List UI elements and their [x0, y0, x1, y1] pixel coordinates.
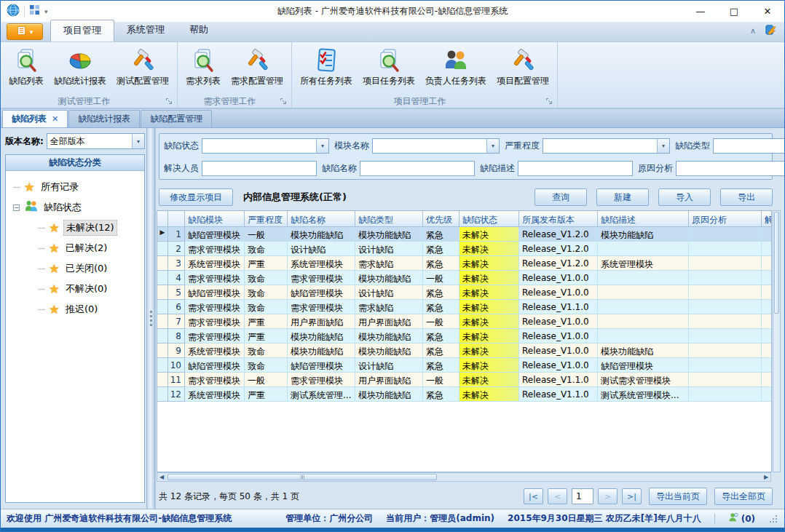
scrollbar-thumb[interactable]: [774, 212, 779, 314]
column-header[interactable]: 缺陷类型: [355, 211, 423, 227]
ribbon-tab[interactable]: 项目管理: [50, 20, 114, 41]
filter-value[interactable]: [202, 162, 316, 175]
first-page-button[interactable]: |<: [524, 488, 543, 504]
version-combobox[interactable]: 全部版本 ▾: [47, 133, 145, 149]
filter-combobox[interactable]: ▾: [543, 138, 670, 154]
table-row[interactable]: 4需求管理模块致命需求管理模块模块功能缺陷一般未解决Release_V1.0.0: [157, 271, 772, 285]
filter-value[interactable]: [714, 139, 785, 153]
next-page-button[interactable]: >: [598, 488, 618, 504]
scroll-left-arrow[interactable]: ◀: [157, 474, 166, 480]
column-header[interactable]: 原因分析: [689, 211, 762, 227]
table-row[interactable]: 6需求管理模块致命需求管理模块需求缺陷紧急未解决Release_V1.1.0: [157, 300, 772, 314]
help-icon[interactable]: [765, 23, 777, 39]
resize-grip[interactable]: [770, 515, 777, 523]
column-header[interactable]: 缺陷模块: [185, 211, 245, 227]
chevron-down-icon[interactable]: ▾: [486, 139, 499, 153]
table-row[interactable]: ▶1缺陷管理模块一般模块功能缺陷模块功能缺陷紧急未解决Release_V1.2.…: [157, 227, 772, 242]
tree-item[interactable]: ┈★已关闭(0): [38, 258, 144, 279]
column-header[interactable]: 优先级: [423, 211, 459, 227]
filter-combobox[interactable]: ▾: [202, 138, 329, 154]
filter-value[interactable]: [543, 139, 657, 153]
chevron-down-icon[interactable]: ▾: [132, 134, 144, 148]
filter-input[interactable]: [676, 161, 785, 176]
scroll-right-arrow[interactable]: ▶: [762, 474, 770, 480]
ribbon-tab[interactable]: 系统管理: [114, 20, 177, 41]
table-row[interactable]: 5缺陷管理模块致命缺陷管理模块设计缺陷紧急未解决Release_V1.0.0: [157, 285, 772, 300]
import-button[interactable]: 导入: [658, 188, 711, 206]
export-current-page-button[interactable]: 导出当前页: [649, 488, 707, 505]
maximize-button[interactable]: □: [717, 1, 751, 22]
splitter[interactable]: [146, 128, 155, 509]
filter-value[interactable]: [676, 162, 785, 175]
table-row[interactable]: 9系统管理模块致命模块功能缺陷模块功能缺陷紧急未解决Release_V1.0.0…: [157, 344, 772, 358]
table-row[interactable]: 2需求管理模块致命设计缺陷设计缺陷紧急未解决Release_V1.2.0: [157, 242, 772, 256]
prev-page-button[interactable]: <: [548, 488, 567, 504]
filter-combobox[interactable]: ▾: [372, 138, 500, 154]
filter-input[interactable]: [360, 161, 475, 176]
filter-input[interactable]: [202, 161, 317, 176]
dialog-launcher-icon[interactable]: [545, 98, 553, 106]
filter-value[interactable]: [373, 139, 486, 153]
column-header[interactable]: 解决方法: [762, 211, 772, 227]
last-page-button[interactable]: >|: [622, 488, 642, 504]
globe-icon[interactable]: [7, 4, 20, 20]
minimize-button[interactable]: —: [684, 1, 717, 22]
tree-expander[interactable]: −: [13, 205, 20, 211]
window-views-icon[interactable]: [29, 4, 40, 18]
chevron-down-icon[interactable]: ▾: [44, 8, 48, 15]
close-icon[interactable]: ✕: [52, 114, 58, 124]
chevron-down-icon[interactable]: ▾: [316, 139, 328, 153]
column-header[interactable]: 缺陷状态: [459, 211, 519, 227]
document-tab[interactable]: 缺陷列表✕: [2, 110, 68, 127]
filter-value[interactable]: [518, 162, 632, 175]
ribbon-button[interactable]: 缺陷列表: [4, 44, 49, 89]
ribbon-button[interactable]: 需求配置管理: [226, 44, 288, 89]
ribbon-button[interactable]: 项目配置管理: [492, 44, 554, 89]
filter-value[interactable]: [360, 162, 474, 175]
filter-value[interactable]: [202, 139, 316, 153]
tree-item[interactable]: ┈★未解决(12): [38, 218, 144, 238]
page-number-input[interactable]: [572, 488, 593, 504]
chevron-down-icon[interactable]: ▾: [657, 139, 669, 153]
filter-input[interactable]: [518, 161, 633, 176]
table-row[interactable]: 3系统管理模块严重系统管理模块需求缺陷紧急未解决Release_V1.2.0系统…: [157, 256, 772, 271]
document-tab[interactable]: 缺陷统计报表: [68, 110, 140, 127]
export-button[interactable]: 导出: [720, 188, 773, 206]
ribbon-button[interactable]: 所有任务列表: [295, 44, 358, 89]
vertical-scrollbar[interactable]: [773, 210, 781, 472]
ribbon-button[interactable]: 需求列表: [181, 44, 226, 89]
collapse-ribbon-icon[interactable]: ∧: [750, 27, 756, 35]
ribbon-button[interactable]: 项目任务列表: [358, 44, 420, 89]
column-header[interactable]: 缺陷描述: [598, 211, 689, 227]
ribbon-button[interactable]: 测试配置管理: [111, 44, 174, 89]
app-menu-button[interactable]: ▾: [7, 23, 43, 40]
ribbon-tab[interactable]: 帮助: [177, 20, 221, 41]
tree-item[interactable]: −缺陷状态: [13, 197, 144, 218]
table-row[interactable]: 11需求管理模块一般需求管理模块用户界面缺陷一般未解决Release_V1.1.…: [157, 373, 772, 387]
horizontal-scrollbar[interactable]: ◀ ▶: [157, 472, 771, 482]
person-icon[interactable]: [728, 512, 738, 525]
tree-item[interactable]: ┈★不解决(0): [38, 279, 144, 299]
column-header[interactable]: 缺陷名称: [288, 211, 355, 227]
table-row[interactable]: 7需求管理模块严重用户界面缺陷用户界面缺陷一般未解决Release_V1.0.0: [157, 314, 772, 329]
new-button[interactable]: 新建: [596, 188, 649, 206]
modify-columns-button[interactable]: 修改显示项目: [159, 188, 233, 206]
tree-item[interactable]: ┈★所有记录: [13, 177, 144, 197]
close-button[interactable]: ✕: [751, 1, 784, 22]
scrollbar-thumb[interactable]: [167, 474, 437, 480]
dialog-launcher-icon[interactable]: [279, 98, 287, 106]
dialog-launcher-icon[interactable]: [165, 98, 173, 106]
table-row[interactable]: 8需求管理模块严重模块功能缺陷模块功能缺陷紧急未解决Release_V1.0.0: [157, 329, 772, 344]
document-tab[interactable]: 缺陷配置管理: [141, 110, 212, 127]
column-header[interactable]: 严重程度: [245, 211, 288, 227]
tree-item[interactable]: ┈★已解决(2): [38, 238, 144, 258]
ribbon-button[interactable]: 缺陷统计报表: [49, 44, 111, 89]
table-row[interactable]: 10缺陷管理模块致命缺陷管理模块设计缺陷紧急未解决Release_V1.0.0缺…: [157, 358, 772, 373]
export-all-pages-button[interactable]: 导出全部页: [714, 488, 773, 505]
search-button[interactable]: 查询: [534, 188, 587, 206]
tree-item[interactable]: ┈★推迟(0): [38, 299, 144, 319]
ribbon-button[interactable]: 负责人任务列表: [420, 44, 492, 89]
filter-combobox[interactable]: ▾: [713, 138, 785, 154]
table-row[interactable]: 12系统管理模块严重测试系统管理...模块功能缺陷紧急未解决Release_V1…: [157, 387, 772, 402]
column-header[interactable]: 所属发布版本: [519, 211, 598, 227]
